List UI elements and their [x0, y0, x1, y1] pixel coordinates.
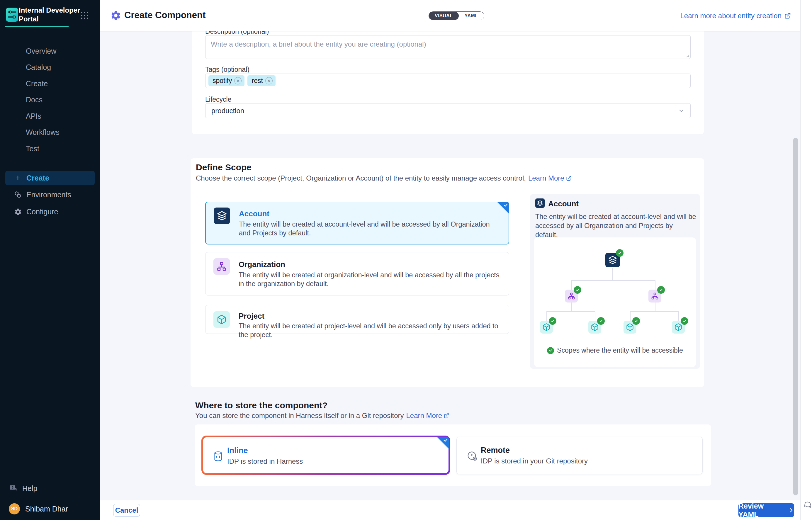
check-badge	[632, 317, 640, 325]
sidebar-user[interactable]: SD Shibam Dhar	[9, 500, 97, 518]
description-input[interactable]	[206, 35, 690, 59]
storage-option-remote[interactable]: Remote IDP is stored in your Git reposit…	[456, 437, 703, 474]
chevron-down-icon	[678, 108, 684, 114]
diagram-project-node	[624, 321, 636, 334]
sidebar-item-test[interactable]: Test	[0, 142, 100, 155]
user-name: Shibam Dhar	[25, 505, 68, 513]
check-badge	[616, 249, 624, 257]
tag-chip: rest ✕	[247, 75, 275, 86]
brand-accent-line	[5, 26, 69, 27]
svg-text:?: ?	[11, 486, 14, 490]
sidebar-item-overview[interactable]: Overview	[0, 44, 100, 58]
storage-subtitle-text: You can store the component in Harness i…	[195, 412, 404, 420]
help-chat-icon: ?	[9, 484, 18, 493]
selected-check-corner	[437, 437, 449, 449]
scope-option-account[interactable]: Account The entity will be created at ac…	[205, 202, 509, 244]
preview-title: Account	[548, 199, 579, 208]
define-scope-subtitle-text: Choose the correct scope (Project, Organ…	[196, 174, 526, 182]
chat-support-icon[interactable]	[803, 501, 812, 510]
preview-desc: The entity will be created at account-le…	[535, 212, 697, 239]
remote-git-icon	[467, 450, 478, 462]
lifecycle-value: production	[211, 107, 244, 115]
storage-option-title: Remote	[481, 446, 510, 455]
check-badge	[681, 317, 688, 325]
external-link-icon	[444, 413, 449, 419]
create-component-page: Description (optional) Tags (optional) s…	[0, 0, 812, 520]
external-link-icon	[784, 12, 791, 19]
avatar: SD	[9, 503, 20, 515]
check-badge	[657, 286, 665, 294]
storage-subtitle: You can store the component in Harness i…	[195, 412, 449, 420]
learn-more-entity-link[interactable]: Learn more about entity creation	[680, 12, 791, 20]
sidebar-item-environments[interactable]: Environments	[5, 188, 95, 202]
project-box-icon	[213, 311, 230, 328]
diagram-project-node	[672, 321, 685, 334]
diagram-org-node	[649, 290, 661, 303]
check-badge	[597, 317, 605, 325]
sidebar-item-configure[interactable]: Configure	[5, 205, 95, 219]
check-badge	[549, 317, 556, 325]
diagram-account-node	[605, 253, 620, 267]
diagram-caption: Scopes where the entity will be accessib…	[534, 346, 696, 355]
apps-grid-icon[interactable]	[81, 12, 88, 19]
sidebar-item-workflows[interactable]: Workflows	[0, 126, 100, 139]
scope-option-desc: The entity will be created at account-le…	[239, 220, 500, 237]
scope-option-title: Organization	[239, 260, 285, 269]
gear-icon	[14, 208, 22, 216]
chevron-right-icon	[788, 508, 794, 513]
sidebar-item-apis[interactable]: APIs	[0, 109, 100, 123]
brand-title: Internal Developer Portal	[19, 6, 80, 23]
define-scope-subtitle: Choose the correct scope (Project, Organ…	[196, 174, 572, 182]
remove-tag-icon[interactable]: ✕	[265, 77, 272, 84]
visual-yaml-toggle: VISUAL YAML	[428, 11, 484, 20]
tag-chip-label: rest	[252, 77, 263, 85]
sidebar-item-create[interactable]: Create	[0, 77, 100, 90]
scope-option-organization[interactable]: Organization The entity will be created …	[205, 252, 509, 295]
cancel-button[interactable]: Cancel	[113, 504, 140, 517]
description-textarea-wrap	[205, 35, 691, 59]
lifecycle-select[interactable]: production	[205, 103, 691, 118]
scope-option-title: Account	[239, 209, 269, 218]
component-gear-icon	[110, 10, 121, 21]
scope-preview-panel: Account The entity will be created at ac…	[530, 194, 700, 369]
harness-idp-logo	[6, 8, 18, 22]
diagram-org-node	[565, 290, 578, 303]
storage-learn-more-link[interactable]: Learn More	[406, 412, 449, 420]
define-scope-title: Define Scope	[196, 162, 252, 172]
scope-option-desc: The entity will be created at organizati…	[239, 270, 499, 288]
sidebar-create-button[interactable]: + Create	[5, 171, 95, 185]
sidebar-divider	[7, 162, 93, 162]
resize-handle-icon[interactable]	[685, 53, 689, 57]
tags-label: Tags (optional)	[205, 66, 250, 74]
plus-icon: +	[14, 173, 22, 183]
scope-option-title: Project	[239, 312, 264, 321]
tab-yaml[interactable]: YAML	[459, 12, 484, 20]
remove-tag-icon[interactable]: ✕	[234, 77, 241, 84]
selected-check-corner	[497, 202, 509, 214]
check-icon	[547, 347, 554, 354]
storage-option-desc: IDP is stored in Harness	[227, 457, 303, 466]
storage-option-inline[interactable]: Inline IDP is stored in Harness	[201, 436, 450, 475]
tab-visual[interactable]: VISUAL	[429, 12, 459, 20]
sidebar-item-docs[interactable]: Docs	[0, 93, 100, 106]
storage-option-title: Inline	[227, 446, 248, 455]
sidebar-help[interactable]: ? Help	[9, 482, 91, 495]
scope-option-desc: The entity will be created at project-le…	[239, 321, 499, 339]
storage-title: Where to store the component?	[195, 400, 328, 410]
page-header: Create Component VISUAL YAML Learn more …	[100, 0, 812, 31]
account-layers-icon	[535, 199, 545, 208]
scrollbar-thumb[interactable]	[793, 138, 798, 495]
sidebar-item-catalog[interactable]: Catalog	[0, 60, 100, 74]
lifecycle-label: Lifecycle	[205, 96, 231, 103]
review-yaml-button[interactable]: Review YAML	[738, 503, 794, 517]
sidebar: Internal Developer Portal Overview Catal…	[0, 0, 100, 520]
scope-learn-more-link[interactable]: Learn More	[528, 174, 572, 182]
help-rail	[800, 0, 812, 520]
diagram-project-node	[540, 321, 553, 334]
tags-input[interactable]: spotify ✕ rest ✕	[205, 74, 691, 88]
check-badge	[574, 286, 581, 294]
account-layers-icon	[214, 208, 230, 224]
page-title: Create Component	[124, 10, 206, 21]
tag-chip: spotify ✕	[208, 75, 244, 86]
scope-option-project[interactable]: Project The entity will be created at pr…	[205, 305, 509, 334]
